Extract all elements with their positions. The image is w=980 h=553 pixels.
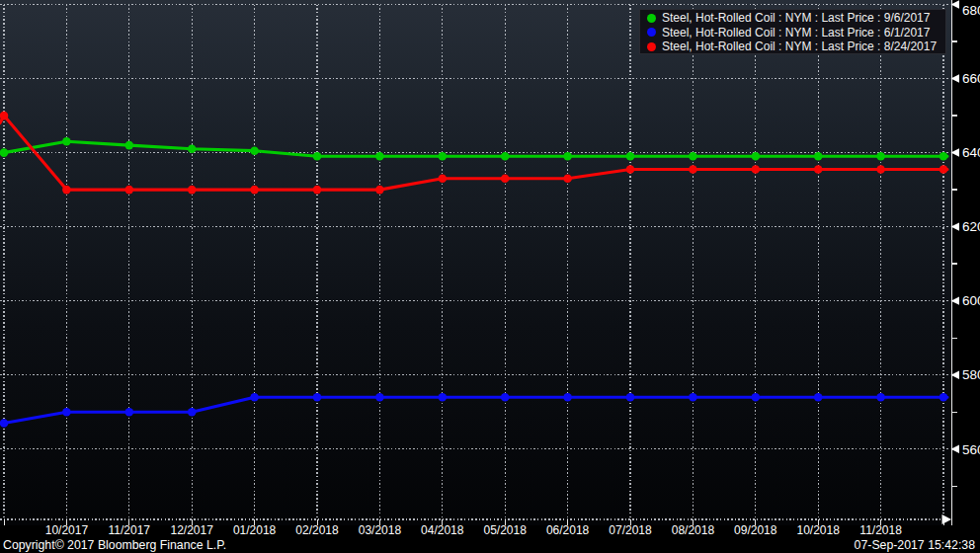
timestamp-text: 07-Sep-2017 15:42:38	[855, 538, 975, 552]
data-point-marker	[939, 165, 948, 174]
x-axis-label: 12/2017	[171, 523, 214, 537]
x-axis-label: 08/2018	[672, 523, 715, 537]
data-point-marker	[689, 165, 697, 174]
data-point-marker	[375, 152, 384, 161]
price-chart-canvas[interactable]: 10/201711/201712/201701/201802/201803/20…	[0, 0, 980, 553]
y-axis-label: 660	[962, 71, 980, 86]
data-point-marker	[752, 165, 761, 174]
data-point-marker	[62, 186, 71, 195]
data-point-marker	[375, 186, 384, 195]
data-point-marker	[188, 145, 197, 154]
data-point-marker	[626, 165, 635, 174]
data-point-marker	[125, 186, 134, 195]
bloomberg-chart-window: 10/201711/201712/201701/201802/201803/20…	[0, 0, 980, 553]
y-axis-label: 580	[962, 367, 980, 382]
y-axis: 560580600620640660680	[951, 0, 980, 525]
data-point-marker	[626, 393, 635, 402]
data-point-marker	[0, 112, 8, 120]
data-point-marker	[313, 152, 322, 161]
data-point-marker	[626, 152, 635, 161]
data-point-marker	[689, 152, 697, 161]
data-point-marker	[375, 393, 384, 402]
data-point-marker	[439, 152, 448, 161]
legend-swatch-red-icon	[647, 42, 656, 51]
y-axis-label: 600	[962, 293, 980, 308]
data-point-marker	[876, 152, 885, 161]
y-axis-label: 620	[962, 219, 980, 234]
data-point-marker	[814, 393, 823, 402]
legend-label: Steel, Hot-Rolled Coil : NYM : Last Pric…	[662, 26, 930, 40]
data-point-marker	[0, 148, 8, 157]
data-point-marker	[939, 393, 948, 402]
legend-swatch-green-icon	[647, 14, 656, 23]
x-axis-label: 04/2018	[421, 523, 464, 537]
legend-item-blue[interactable]: Steel, Hot-Rolled Coil : NYM : Last Pric…	[647, 26, 945, 40]
data-point-marker	[501, 393, 510, 402]
data-point-marker	[689, 393, 697, 402]
data-point-marker	[563, 393, 572, 402]
data-point-marker	[62, 408, 71, 417]
data-point-marker	[250, 146, 259, 155]
x-axis-label: 09/2018	[734, 523, 777, 537]
legend-label: Steel, Hot-Rolled Coil : NYM : Last Pric…	[662, 40, 937, 53]
legend-item-green[interactable]: Steel, Hot-Rolled Coil : NYM : Last Pric…	[647, 11, 945, 26]
data-point-marker	[62, 137, 71, 146]
x-axis-label: 06/2018	[546, 523, 590, 537]
data-point-marker	[501, 175, 510, 184]
data-point-marker	[188, 408, 197, 417]
chart-legend: Steel, Hot-Rolled Coil : NYM : Last Pric…	[639, 9, 946, 54]
data-point-marker	[250, 186, 259, 195]
x-axis-label: 05/2018	[484, 523, 528, 537]
data-point-marker	[563, 175, 572, 184]
data-point-marker	[814, 165, 823, 174]
x-axis-label: 01/2018	[233, 523, 277, 537]
data-point-marker	[563, 152, 572, 161]
data-point-marker	[125, 141, 134, 150]
x-axis-label: 07/2018	[609, 523, 652, 537]
x-axis-label: 03/2018	[359, 523, 402, 537]
legend-label: Steel, Hot-Rolled Coil : NYM : Last Pric…	[662, 11, 930, 25]
data-point-marker	[814, 152, 823, 161]
data-point-marker	[752, 393, 761, 402]
legend-item-red[interactable]: Steel, Hot-Rolled Coil : NYM : Last Pric…	[647, 40, 945, 54]
data-point-marker	[313, 186, 322, 195]
x-axis-label: 02/2018	[295, 523, 339, 537]
data-point-marker	[250, 393, 259, 402]
x-axis-label: 11/2018	[859, 523, 902, 537]
data-point-marker	[439, 175, 448, 184]
data-point-marker	[939, 152, 948, 161]
data-point-marker	[876, 393, 885, 402]
data-point-marker	[439, 393, 448, 402]
data-point-marker	[0, 419, 8, 428]
legend-swatch-blue-icon	[647, 28, 656, 37]
data-point-marker	[125, 408, 134, 417]
x-axis-label: 11/2017	[109, 523, 151, 537]
y-axis-label: 560	[962, 442, 980, 457]
copyright-text: Copyright© 2017 Bloomberg Finance L.P.	[3, 538, 226, 552]
y-axis-label: 680	[962, 3, 980, 18]
data-point-marker	[188, 186, 197, 195]
x-axis-label: 10/2017	[45, 523, 89, 537]
data-point-marker	[501, 152, 510, 161]
data-point-marker	[752, 152, 761, 161]
data-point-marker	[876, 165, 885, 174]
y-axis-label: 640	[962, 145, 980, 160]
x-axis-label: 10/2018	[797, 523, 841, 537]
data-point-marker	[313, 393, 322, 402]
